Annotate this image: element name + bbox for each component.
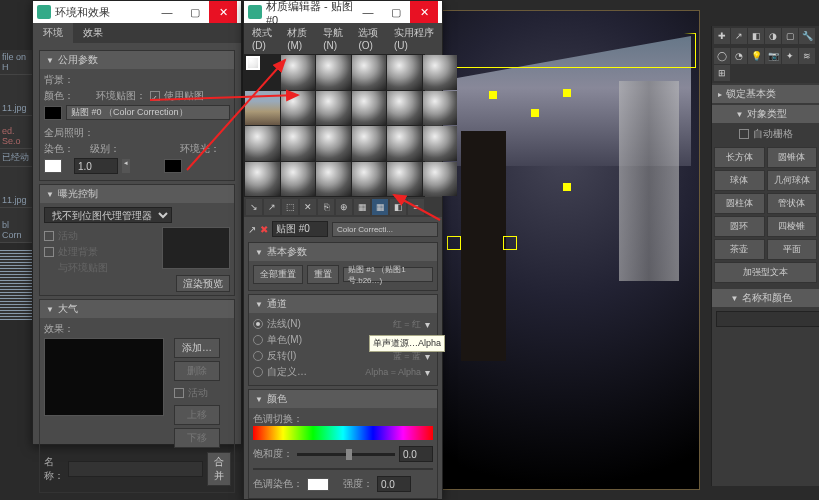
slot-7[interactable] xyxy=(281,91,316,126)
cat-geom-icon[interactable]: ◯ xyxy=(714,48,730,64)
radio-invert[interactable] xyxy=(253,351,263,361)
src-map-button[interactable]: 贴图 #1 （贴图1号.b26…) xyxy=(343,267,433,282)
slot-17[interactable] xyxy=(423,126,458,161)
slot-9[interactable] xyxy=(352,91,387,126)
render-preview-button[interactable]: 渲染预览 xyxy=(176,275,230,292)
slot-13[interactable] xyxy=(281,126,316,161)
ht-put-icon[interactable]: ↗ xyxy=(264,199,280,215)
add-button[interactable]: 添加… xyxy=(174,338,220,358)
btn-cone[interactable]: 圆锥体 xyxy=(767,147,818,168)
ht-showend-icon[interactable]: ▦ xyxy=(372,199,388,215)
btn-sphere[interactable]: 球体 xyxy=(714,170,765,191)
ht-make-icon[interactable]: ⊕ xyxy=(336,199,352,215)
autogrid-check[interactable] xyxy=(739,129,749,139)
btn-teapot[interactable]: 茶壶 xyxy=(714,239,765,260)
btn-geosphere[interactable]: 几何球体 xyxy=(767,170,818,191)
btn-plane[interactable]: 平面 xyxy=(767,239,818,260)
cp-modify-icon[interactable]: ↗ xyxy=(731,28,747,44)
level-spinner[interactable]: ◂ xyxy=(122,159,130,173)
tab-effects[interactable]: 效果 xyxy=(73,23,113,43)
cat-sys-icon[interactable]: ⊞ xyxy=(714,65,730,81)
level-input[interactable] xyxy=(74,158,118,174)
menu-material[interactable]: 材质(M) xyxy=(283,25,317,52)
cp-motion-icon[interactable]: ◑ xyxy=(765,28,781,44)
btn-box[interactable]: 长方体 xyxy=(714,147,765,168)
mat-titlebar[interactable]: 材质编辑器 - 贴图 #0 — ▢ ✕ xyxy=(244,1,442,23)
lock-header[interactable]: 锁定基本类 xyxy=(712,85,819,103)
cp-create-icon[interactable]: ✚ xyxy=(714,28,730,44)
section-basic[interactable]: 基本参数 xyxy=(249,243,437,261)
section-color[interactable]: 颜色 xyxy=(249,390,437,408)
slot-16[interactable] xyxy=(387,126,422,161)
ht-reset-icon[interactable]: ✕ xyxy=(300,199,316,215)
effect-name-input[interactable] xyxy=(68,461,203,477)
btn-torus[interactable]: 圆环 xyxy=(714,216,765,237)
cat-light-icon[interactable]: 💡 xyxy=(748,48,764,64)
radio-custom[interactable] xyxy=(253,367,263,377)
env-map-button[interactable]: 贴图 #0 （Color Correction） xyxy=(66,105,230,120)
objtype-header[interactable]: 对象类型 xyxy=(712,105,819,123)
slot-8[interactable] xyxy=(316,91,351,126)
slot-6[interactable] xyxy=(245,91,280,126)
btn-textplus[interactable]: 加强型文本 xyxy=(714,262,817,283)
namecolor-header[interactable]: 名称和颜色 xyxy=(712,289,819,307)
slot-18[interactable] xyxy=(245,162,280,197)
pick-icon[interactable]: ↗ xyxy=(248,224,256,235)
menu-navigate[interactable]: 导航(N) xyxy=(319,25,352,52)
menu-options[interactable]: 选项(O) xyxy=(354,25,388,52)
ambient-swatch[interactable] xyxy=(164,159,182,173)
ht-assign-icon[interactable]: ⬚ xyxy=(282,199,298,215)
cp-display-icon[interactable]: ▢ xyxy=(782,28,798,44)
delete-button[interactable]: 删除 xyxy=(174,361,220,381)
map-type-button[interactable]: Color Correcti... xyxy=(332,222,438,237)
slot-21[interactable] xyxy=(352,162,387,197)
btn-tube[interactable]: 管状体 xyxy=(767,193,818,214)
slot-1[interactable] xyxy=(281,55,316,90)
down-button[interactable]: 下移 xyxy=(174,428,220,448)
cat-shape-icon[interactable]: ◔ xyxy=(731,48,747,64)
reset-button[interactable]: 重置 xyxy=(307,265,339,284)
section-channel[interactable]: 通道 xyxy=(249,295,437,313)
slot-23[interactable] xyxy=(423,162,458,197)
strength-input[interactable] xyxy=(377,476,411,492)
slot-0[interactable] xyxy=(245,55,261,71)
slot-11[interactable] xyxy=(423,91,458,126)
btn-cylinder[interactable]: 圆柱体 xyxy=(714,193,765,214)
env-titlebar[interactable]: 环境和效果 — ▢ ✕ xyxy=(33,1,241,23)
radio-normal[interactable] xyxy=(253,319,263,329)
hue-bar[interactable] xyxy=(253,426,433,440)
slot-5[interactable] xyxy=(423,55,458,90)
use-map-check[interactable] xyxy=(150,91,160,101)
section-atmosphere[interactable]: 大气 xyxy=(40,300,234,318)
minimize-button[interactable]: — xyxy=(354,1,382,23)
slot-19[interactable] xyxy=(281,162,316,197)
maximize-button[interactable]: ▢ xyxy=(181,1,209,23)
tint-swatch[interactable] xyxy=(44,159,62,173)
section-exposure[interactable]: 曝光控制 xyxy=(40,185,234,203)
slot-22[interactable] xyxy=(387,162,422,197)
menu-utils[interactable]: 实用程序(U) xyxy=(390,25,438,52)
ht-show-icon[interactable]: ▦ xyxy=(354,199,370,215)
tint-swatch[interactable] xyxy=(307,478,329,491)
menu-mode[interactable]: 模式(D) xyxy=(248,25,281,52)
close-button[interactable]: ✕ xyxy=(209,1,237,23)
procbg-check[interactable] xyxy=(44,247,54,257)
btn-pyramid[interactable]: 四棱锥 xyxy=(767,216,818,237)
effects-list[interactable] xyxy=(44,338,164,416)
slot-15[interactable] xyxy=(352,126,387,161)
merge-button[interactable]: 合并 xyxy=(207,452,231,486)
obj-name-input[interactable] xyxy=(716,311,819,327)
maximize-button[interactable]: ▢ xyxy=(382,1,410,23)
ht-get-icon[interactable]: ↘ xyxy=(246,199,262,215)
map-name-input[interactable] xyxy=(272,221,328,237)
radio-mono[interactable] xyxy=(253,335,263,345)
active-check[interactable] xyxy=(44,231,54,241)
slot-14[interactable] xyxy=(316,126,351,161)
sat-input[interactable] xyxy=(399,446,433,462)
tab-environment[interactable]: 环境 xyxy=(33,23,73,43)
cp-util-icon[interactable]: 🔧 xyxy=(799,28,815,44)
cp-hier-icon[interactable]: ◧ xyxy=(748,28,764,44)
slot-4[interactable] xyxy=(387,55,422,90)
ht-goto-icon[interactable]: ◧ xyxy=(390,199,406,215)
exposure-select[interactable]: 找不到位图代理管理器 xyxy=(44,207,172,223)
